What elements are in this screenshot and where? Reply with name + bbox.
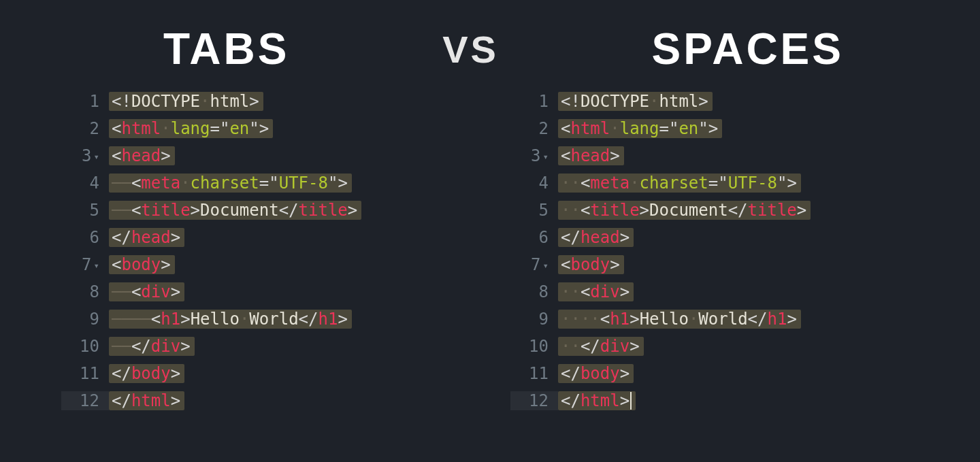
line-number: 1 (510, 92, 558, 111)
line-number: 3▾ (61, 146, 109, 165)
code-content[interactable]: <!DOCTYPE·html> (109, 92, 263, 111)
line-number: 9 (510, 310, 558, 329)
heading-spaces: SPACES (652, 24, 844, 74)
line-number: 3▾ (510, 146, 558, 165)
line-number: 4 (510, 174, 558, 193)
code-line[interactable]: 6</head> (61, 224, 470, 251)
editor-columns: 1<!DOCTYPE·html>2<html·lang="en">3▾<head… (0, 74, 980, 414)
code-content[interactable]: <html·lang="en"> (109, 119, 273, 138)
code-line[interactable]: 4──<meta·charset="UTF-8"> (61, 169, 470, 197)
code-content[interactable]: </body> (109, 364, 184, 383)
code-line[interactable]: 12</html> (61, 387, 470, 414)
code-content[interactable]: <body> (109, 255, 175, 274)
code-content[interactable]: ··</div> (558, 337, 644, 356)
code-content[interactable]: <body> (558, 255, 624, 274)
line-number: 2 (61, 119, 109, 138)
code-line[interactable]: 7▾<body> (61, 251, 470, 278)
code-line[interactable]: 10··</div> (510, 333, 919, 360)
code-content[interactable]: <!DOCTYPE·html> (558, 92, 713, 111)
line-number: 1 (61, 92, 109, 111)
line-number: 2 (510, 119, 558, 138)
line-number: 4 (61, 174, 109, 193)
code-line[interactable]: 12</html> (510, 387, 919, 414)
code-content[interactable]: </html> (558, 391, 636, 410)
code-content[interactable]: <head> (109, 146, 175, 165)
line-number: 11 (510, 364, 558, 383)
line-number: 7▾ (61, 255, 109, 274)
code-content[interactable]: </body> (558, 364, 634, 383)
code-content[interactable]: </head> (558, 228, 634, 247)
code-content[interactable]: ──<div> (109, 282, 184, 301)
code-line[interactable]: 1<!DOCTYPE·html> (510, 88, 919, 115)
fold-icon[interactable]: ▾ (94, 151, 99, 162)
code-content[interactable]: ····<h1>Hello·World</h1> (558, 310, 801, 329)
code-content[interactable]: ──<meta·charset="UTF-8"> (109, 174, 352, 193)
code-content[interactable]: ··<meta·charset="UTF-8"> (558, 174, 801, 193)
code-line[interactable]: 1<!DOCTYPE·html> (61, 88, 470, 115)
line-number: 10 (510, 337, 558, 356)
code-line[interactable]: 6</head> (510, 224, 919, 251)
line-number: 10 (61, 337, 109, 356)
code-editor-tabs: 1<!DOCTYPE·html>2<html·lang="en">3▾<head… (61, 88, 470, 414)
code-line[interactable]: 10──</div> (61, 333, 470, 360)
comparison-header: TABS VS SPACES (0, 0, 980, 74)
code-line[interactable]: 8··<div> (510, 278, 919, 306)
text-cursor (630, 392, 632, 410)
code-line[interactable]: 5──<title>Document</title> (61, 197, 470, 224)
code-line[interactable]: 2<html·lang="en"> (61, 115, 470, 142)
code-line[interactable]: 9····<h1>Hello·World</h1> (510, 306, 919, 333)
line-number: 9 (61, 310, 109, 329)
code-line[interactable]: 11</body> (510, 360, 919, 387)
line-number: 7▾ (510, 255, 558, 274)
code-content[interactable]: <html·lang="en"> (558, 119, 722, 138)
code-content[interactable]: </head> (109, 228, 184, 247)
code-line[interactable]: 9────<h1>Hello·World</h1> (61, 306, 470, 333)
line-number: 5 (510, 201, 558, 220)
code-content[interactable]: ··<title>Document</title> (558, 201, 811, 220)
code-line[interactable]: 3▾<head> (510, 142, 919, 169)
code-line[interactable]: 11</body> (61, 360, 470, 387)
fold-icon[interactable]: ▾ (543, 260, 549, 271)
line-number: 8 (510, 282, 558, 301)
code-line[interactable]: 3▾<head> (61, 142, 470, 169)
line-number: 8 (61, 282, 109, 301)
code-content[interactable]: ··<div> (558, 282, 634, 301)
heading-vs: VS (442, 27, 499, 71)
line-number: 6 (510, 228, 558, 247)
code-line[interactable]: 4··<meta·charset="UTF-8"> (510, 169, 919, 197)
code-line[interactable]: 8──<div> (61, 278, 470, 306)
code-content[interactable]: <head> (558, 146, 624, 165)
code-content[interactable]: </html> (109, 391, 184, 410)
heading-tabs: TABS (163, 24, 289, 74)
fold-icon[interactable]: ▾ (543, 151, 549, 162)
code-content[interactable]: ──<title>Document</title> (109, 201, 361, 220)
code-content[interactable]: ────<h1>Hello·World</h1> (109, 310, 352, 329)
code-line[interactable]: 7▾<body> (510, 251, 919, 278)
code-content[interactable]: ──</div> (109, 337, 195, 356)
code-editor-spaces: 1<!DOCTYPE·html>2<html·lang="en">3▾<head… (510, 88, 919, 414)
line-number: 11 (61, 364, 109, 383)
code-line[interactable]: 5··<title>Document</title> (510, 197, 919, 224)
line-number: 5 (61, 201, 109, 220)
line-number: 12 (61, 391, 109, 410)
line-number: 6 (61, 228, 109, 247)
fold-icon[interactable]: ▾ (94, 260, 99, 271)
code-line[interactable]: 2<html·lang="en"> (510, 115, 919, 142)
line-number: 12 (510, 391, 558, 410)
